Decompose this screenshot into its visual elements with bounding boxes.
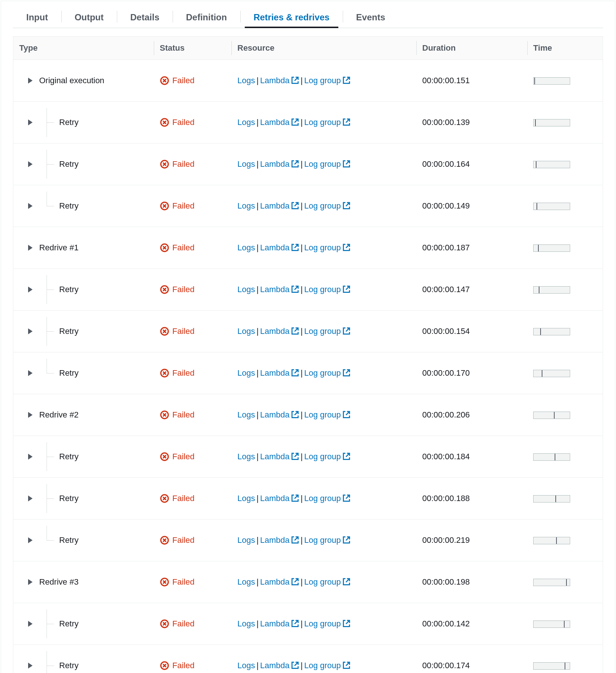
logs-link[interactable]: Logs — [237, 368, 255, 378]
resource-cell: Logs|Lambda |Log group — [231, 278, 416, 301]
logs-link[interactable]: Logs — [237, 159, 255, 169]
log-group-link[interactable]: Log group — [304, 285, 351, 294]
log-group-link[interactable]: Log group — [304, 159, 351, 169]
col-resource[interactable]: Resource — [231, 37, 416, 60]
external-link-icon — [291, 368, 299, 378]
log-group-link[interactable]: Log group — [304, 410, 351, 420]
time-bar — [533, 286, 570, 294]
resource-cell: Logs|Lambda |Log group — [231, 403, 416, 426]
row-type-label: Retry — [59, 661, 79, 670]
log-group-link[interactable]: Log group — [304, 118, 351, 127]
caret-right-icon[interactable] — [28, 203, 33, 209]
logs-link[interactable]: Logs — [237, 118, 255, 127]
caret-right-icon[interactable] — [28, 496, 33, 501]
lambda-link[interactable]: Lambda — [260, 159, 299, 169]
caret-right-icon[interactable] — [28, 412, 33, 418]
table-row: Original executionFailedLogs|Lambda |Log… — [13, 60, 603, 102]
external-link-icon — [342, 452, 351, 461]
caret-right-icon[interactable] — [28, 245, 33, 251]
lambda-link[interactable]: Lambda — [260, 410, 299, 420]
log-group-link[interactable]: Log group — [304, 243, 351, 253]
lambda-link[interactable]: Lambda — [260, 661, 299, 670]
type-cell: Retry — [13, 645, 154, 673]
duration-cell: 00:00:00.151 — [416, 69, 527, 92]
logs-link[interactable]: Logs — [237, 76, 255, 85]
lambda-link[interactable]: Lambda — [260, 243, 299, 253]
col-duration[interactable]: Duration — [416, 37, 527, 60]
caret-right-icon[interactable] — [28, 454, 33, 460]
lambda-link[interactable]: Lambda — [260, 285, 299, 294]
lambda-link[interactable]: Lambda — [260, 619, 299, 629]
log-group-link[interactable]: Log group — [304, 327, 351, 336]
caret-right-icon[interactable] — [28, 663, 33, 669]
caret-right-icon[interactable] — [28, 370, 33, 376]
lambda-link[interactable]: Lambda — [260, 76, 299, 85]
logs-link[interactable]: Logs — [237, 577, 255, 587]
log-group-link[interactable]: Log group — [304, 661, 351, 670]
logs-link[interactable]: Logs — [237, 535, 255, 545]
log-group-link[interactable]: Log group — [304, 577, 351, 587]
caret-right-icon[interactable] — [28, 78, 33, 84]
lambda-link[interactable]: Lambda — [260, 368, 299, 378]
time-cell — [527, 69, 603, 92]
tab-definition[interactable]: Definition — [173, 7, 240, 28]
caret-right-icon[interactable] — [28, 579, 33, 585]
logs-link[interactable]: Logs — [237, 201, 255, 211]
tree-elbow — [47, 150, 59, 178]
log-group-link[interactable]: Log group — [304, 619, 351, 629]
tab-details[interactable]: Details — [117, 7, 173, 28]
external-link-icon — [291, 285, 299, 294]
col-time[interactable]: Time — [527, 37, 603, 60]
lambda-link[interactable]: Lambda — [260, 118, 299, 127]
external-link-icon — [342, 410, 351, 420]
resource-cell: Logs|Lambda |Log group — [231, 195, 416, 217]
tree-elbow — [47, 317, 59, 345]
external-link-icon — [291, 577, 299, 587]
col-type[interactable]: Type — [13, 37, 154, 60]
caret-right-icon[interactable] — [28, 328, 33, 334]
lambda-link[interactable]: Lambda — [260, 327, 299, 336]
lambda-link[interactable]: Lambda — [260, 494, 299, 503]
lambda-link[interactable]: Lambda — [260, 452, 299, 461]
tab-output[interactable]: Output — [61, 7, 117, 28]
lambda-link[interactable]: Lambda — [260, 535, 299, 545]
caret-right-icon[interactable] — [28, 537, 33, 543]
type-cell: Retry — [13, 185, 154, 227]
logs-link[interactable]: Logs — [237, 619, 255, 629]
logs-link[interactable]: Logs — [237, 327, 255, 336]
external-link-icon — [342, 619, 351, 629]
time-cell — [527, 153, 603, 176]
tab-events[interactable]: Events — [343, 7, 399, 28]
tab-input[interactable]: Input — [13, 7, 61, 28]
time-bar — [533, 662, 570, 670]
log-group-link[interactable]: Log group — [304, 76, 351, 85]
logs-link[interactable]: Logs — [237, 494, 255, 503]
resource-cell: Logs|Lambda |Log group — [231, 69, 416, 92]
lambda-link[interactable]: Lambda — [260, 201, 299, 211]
logs-link[interactable]: Logs — [237, 452, 255, 461]
caret-right-icon[interactable] — [28, 287, 33, 292]
duration-cell: 00:00:00.198 — [416, 571, 527, 593]
logs-link[interactable]: Logs — [237, 410, 255, 420]
failed-icon — [160, 159, 169, 169]
logs-link[interactable]: Logs — [237, 243, 255, 253]
lambda-link[interactable]: Lambda — [260, 577, 299, 587]
log-group-link[interactable]: Log group — [304, 494, 351, 503]
time-cell — [527, 236, 603, 259]
log-group-link[interactable]: Log group — [304, 535, 351, 545]
log-group-link[interactable]: Log group — [304, 201, 351, 211]
col-status[interactable]: Status — [154, 37, 231, 60]
tab-retries[interactable]: Retries & redrives — [240, 7, 343, 28]
log-group-link[interactable]: Log group — [304, 368, 351, 378]
caret-right-icon[interactable] — [28, 621, 33, 627]
logs-link[interactable]: Logs — [237, 285, 255, 294]
caret-right-icon[interactable] — [28, 161, 33, 167]
logs-link[interactable]: Logs — [237, 661, 255, 670]
caret-right-icon[interactable] — [28, 119, 33, 125]
type-cell: Retry — [13, 520, 154, 561]
table-body: Original executionFailedLogs|Lambda |Log… — [13, 60, 603, 673]
status-cell: Failed — [154, 612, 231, 635]
type-cell: Retry — [13, 436, 154, 477]
log-group-link[interactable]: Log group — [304, 452, 351, 461]
type-cell: Retry — [13, 269, 154, 310]
